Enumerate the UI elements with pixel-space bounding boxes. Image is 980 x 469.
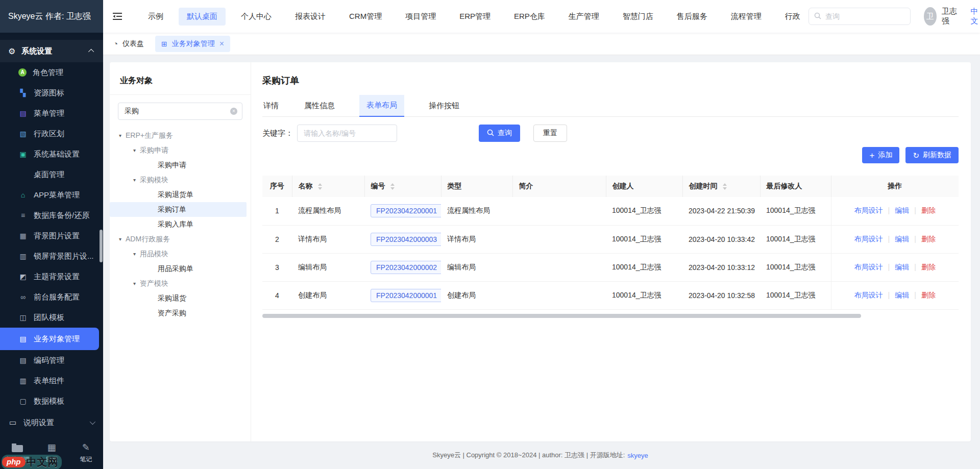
nav-item[interactable]: 生产管理	[560, 8, 607, 26]
nav-item[interactable]: 智慧门店	[615, 8, 662, 26]
sidebar-scroll-area[interactable]: ⚙ 系统设置 A角色管理▚资源图标▤菜单管理▧行政区划▣系统基础设置桌面管理⌂A…	[0, 33, 103, 437]
sort-icon[interactable]	[318, 183, 322, 190]
row-action[interactable]: 编辑	[895, 291, 909, 299]
sort-icon[interactable]	[390, 183, 395, 190]
user-name[interactable]: 卫志强	[942, 7, 958, 26]
row-action[interactable]: 布局设计	[854, 206, 883, 214]
sidebar-section[interactable]: ▭说明设置	[0, 411, 103, 434]
language-switcher[interactable]: 中文	[971, 7, 980, 26]
table-row: 3 编辑布局 FP2023042000002 编辑布局 100014_卫志强 2…	[262, 253, 959, 281]
tree-node[interactable]: ▾采购申请	[110, 143, 247, 158]
detail-tab[interactable]: 操作按钮	[428, 95, 460, 116]
reset-button[interactable]: 重置	[533, 125, 567, 142]
row-action[interactable]: 删除	[921, 206, 936, 214]
keyword-input[interactable]	[297, 125, 397, 142]
nav-item[interactable]: CRM管理	[341, 8, 390, 26]
sidebar-item[interactable]: ◫团队模板	[0, 307, 103, 328]
global-search-input[interactable]	[825, 12, 918, 20]
nav-item[interactable]: 售后服务	[669, 8, 716, 26]
row-action[interactable]: 布局设计	[854, 291, 883, 299]
nav-item[interactable]: 个人中心	[233, 8, 280, 26]
sidebar-item[interactable]: ∞前台服务配置	[0, 287, 103, 307]
sidebar-item[interactable]: ▢数据模板	[0, 391, 103, 411]
detail-tab[interactable]: 属性信息	[303, 95, 336, 116]
hscrollbar-thumb[interactable]	[262, 314, 861, 318]
nav-item[interactable]: 行政	[777, 8, 808, 26]
tab-dashboard[interactable]: ◔ 仪表盘	[113, 39, 144, 48]
sidebar-item[interactable]: A角色管理	[0, 62, 103, 83]
column-header[interactable]: 创建时间	[682, 176, 760, 197]
sidebar-item[interactable]: ▤业务对象管理	[0, 328, 99, 350]
tree-node[interactable]: 采购退货单	[110, 187, 247, 202]
code-tag: FP2023042000001	[371, 289, 441, 302]
row-action[interactable]: 布局设计	[854, 263, 883, 271]
sidebar-item[interactable]: ≡数据库备份/还原	[0, 205, 103, 226]
avatar[interactable]: 卫	[924, 7, 937, 26]
row-action[interactable]: 编辑	[895, 206, 909, 214]
tree-node[interactable]: ▾ERP+生产服务	[110, 128, 247, 143]
tree-node[interactable]: 采购申请	[110, 158, 247, 172]
column-header: 创建人	[606, 176, 682, 197]
sidebar-item[interactable]: ▥表单组件	[0, 371, 103, 391]
row-action[interactable]: 编辑	[895, 263, 909, 271]
tree-panel-title: 业务对象	[110, 62, 251, 95]
detail-tab[interactable]: 详情	[262, 95, 280, 116]
dashboard-icon: ◔	[113, 39, 118, 48]
sidebar-section[interactable]: ▤项目业务规划	[0, 434, 103, 437]
nav-item[interactable]: 报表设计	[287, 8, 334, 26]
sidebar-item[interactable]: ▦背景图片设置	[0, 226, 103, 246]
filter-row: 关键字： 查询 重置	[262, 125, 959, 142]
search-button[interactable]: 查询	[479, 125, 520, 142]
frontend-icon: ∞	[18, 293, 28, 301]
gear-icon: ⚙	[8, 46, 15, 56]
tree-node[interactable]: ▾资产模块	[110, 276, 247, 291]
nav-item[interactable]: ERP管理	[451, 8, 499, 26]
detail-tab[interactable]: 表单布局	[359, 95, 404, 117]
row-action[interactable]: 编辑	[895, 235, 909, 243]
column-header[interactable]: 编号	[364, 176, 441, 197]
sort-icon[interactable]	[723, 183, 727, 190]
tab-business-object-management[interactable]: ⊞ 业务对象管理 ×	[155, 36, 230, 52]
chevron-up-icon	[88, 49, 94, 55]
nav-item[interactable]: 项目管理	[397, 8, 444, 26]
tree-node[interactable]: 采购退货	[110, 291, 247, 306]
tree-node[interactable]: 采购入库单	[110, 217, 247, 232]
sidebar-item[interactable]: ⌂APP菜单管理	[0, 185, 103, 205]
tree-node[interactable]: 资产采购	[110, 306, 247, 320]
column-header: 操作	[831, 176, 959, 197]
sidebar-item[interactable]: ◩主题背景设置	[0, 266, 103, 287]
sidebar-item[interactable]: ▣系统基础设置	[0, 144, 103, 164]
caret-down-icon: ▾	[133, 281, 136, 286]
sidebar-item[interactable]: 桌面管理	[0, 164, 103, 185]
tree-node[interactable]: ▾ADM行政服务	[110, 232, 247, 246]
sidebar-scrollbar-thumb[interactable]	[100, 230, 103, 262]
opensource-link[interactable]: skyeye	[627, 452, 648, 459]
tree-node[interactable]: ▾采购模块	[110, 172, 247, 187]
sidebar-item[interactable]: ▤菜单管理	[0, 103, 103, 124]
close-icon[interactable]: ×	[219, 40, 224, 48]
sidebar-collapse-icon[interactable]	[112, 10, 122, 23]
row-action[interactable]: 删除	[921, 291, 936, 299]
nav-item[interactable]: 默认桌面	[179, 8, 226, 26]
sidebar-section-system-settings[interactable]: ⚙ 系统设置	[0, 40, 103, 62]
row-action[interactable]: 删除	[921, 263, 936, 271]
sidebar-item[interactable]: ▧行政区划	[0, 124, 103, 144]
nav-item[interactable]: 示例	[140, 8, 172, 26]
tree-search-input[interactable]	[118, 103, 242, 120]
add-button[interactable]: + 添加	[862, 147, 899, 163]
refresh-button[interactable]: ↻ 刷新数据	[905, 147, 959, 163]
column-header[interactable]: 名称	[292, 176, 364, 197]
sidebar-bottom-note[interactable]: ✎笔记	[69, 442, 103, 464]
clear-icon[interactable]: ×	[230, 108, 237, 115]
nav-item[interactable]: ERP仓库	[506, 8, 553, 26]
row-action[interactable]: 布局设计	[854, 235, 883, 243]
sidebar-item[interactable]: ▚资源图标	[0, 83, 103, 103]
nav-item[interactable]: 流程管理	[723, 8, 770, 26]
sidebar-item[interactable]: ▤编码管理	[0, 350, 103, 371]
tree-node[interactable]: ▾用品模块	[110, 246, 247, 261]
global-search[interactable]	[808, 8, 911, 25]
tree-node[interactable]: 用品采购单	[110, 261, 247, 276]
tree-node[interactable]: 采购订单	[110, 202, 247, 217]
row-action[interactable]: 删除	[921, 235, 936, 243]
sidebar-item[interactable]: ▥锁屏背景图片设...	[0, 246, 103, 266]
